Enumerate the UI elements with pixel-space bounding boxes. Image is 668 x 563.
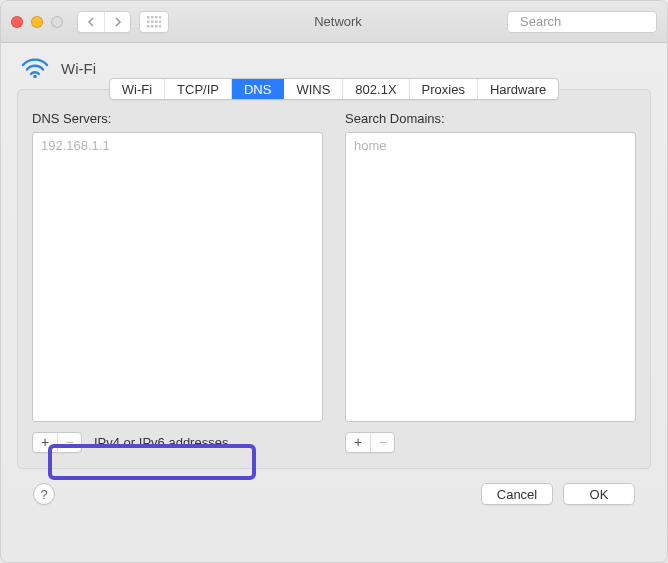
grid-icon (147, 16, 161, 28)
dns-remove-button[interactable]: − (57, 433, 81, 452)
interface-heading: Wi-Fi (17, 57, 651, 79)
back-button[interactable] (78, 12, 104, 32)
svg-rect-3 (159, 16, 161, 19)
dns-add-remove: + − (32, 432, 82, 453)
cancel-button[interactable]: Cancel (481, 483, 553, 505)
dns-add-button[interactable]: + (33, 433, 57, 452)
domain-add-remove: + − (345, 432, 395, 453)
chevron-left-icon (87, 17, 95, 27)
search-domains-list[interactable]: home (345, 132, 636, 422)
forward-button[interactable] (104, 12, 130, 32)
settings-panel: Wi-Fi TCP/IP DNS WINS 802.1X Proxies Har… (17, 89, 651, 469)
window-title: Network (177, 14, 499, 29)
search-domains-column: Search Domains: home + − (345, 111, 636, 454)
domain-add-button[interactable]: + (346, 433, 370, 452)
svg-rect-0 (147, 16, 150, 19)
search-domains-label: Search Domains: (345, 111, 636, 126)
close-window-button[interactable] (11, 16, 23, 28)
svg-rect-10 (155, 25, 158, 28)
tab-8021x[interactable]: 802.1X (343, 79, 409, 99)
dns-columns: DNS Servers: 192.168.1.1 + − IPv4 or IPv… (32, 111, 636, 454)
window-controls (11, 16, 69, 28)
tab-dns[interactable]: DNS (232, 79, 284, 99)
svg-rect-8 (147, 25, 150, 28)
svg-rect-7 (159, 20, 161, 23)
svg-rect-9 (151, 25, 154, 28)
network-preferences-window: Network Wi-Fi Wi-Fi (0, 0, 668, 563)
tab-bar: Wi-Fi TCP/IP DNS WINS 802.1X Proxies Har… (32, 89, 636, 111)
svg-point-14 (33, 75, 37, 79)
zoom-window-button[interactable] (51, 16, 63, 28)
footer: ? Cancel OK (17, 469, 651, 505)
ok-button[interactable]: OK (563, 483, 635, 505)
tab-proxies[interactable]: Proxies (410, 79, 478, 99)
domain-remove-button[interactable]: − (370, 433, 394, 452)
svg-rect-4 (147, 20, 150, 23)
list-item[interactable]: 192.168.1.1 (41, 137, 314, 155)
dns-servers-column: DNS Servers: 192.168.1.1 + − IPv4 or IPv… (32, 111, 323, 454)
dns-servers-label: DNS Servers: (32, 111, 323, 126)
nav-back-forward (77, 11, 131, 33)
dns-hint-label: IPv4 or IPv6 addresses (94, 435, 228, 450)
wifi-icon (21, 57, 49, 79)
dns-servers-controls: + − IPv4 or IPv6 addresses (32, 430, 323, 454)
dns-servers-list[interactable]: 192.168.1.1 (32, 132, 323, 422)
interface-label: Wi-Fi (61, 60, 96, 77)
tab-wifi[interactable]: Wi-Fi (110, 79, 165, 99)
tab-wins[interactable]: WINS (284, 79, 343, 99)
svg-rect-1 (151, 16, 154, 19)
list-item[interactable]: home (354, 137, 627, 155)
search-input[interactable] (520, 14, 668, 29)
minimize-window-button[interactable] (31, 16, 43, 28)
svg-rect-11 (159, 25, 161, 28)
search-field[interactable] (507, 11, 657, 33)
svg-rect-6 (155, 20, 158, 23)
titlebar: Network (1, 1, 667, 43)
search-domains-controls: + − (345, 430, 636, 454)
svg-rect-2 (155, 16, 158, 19)
show-all-button[interactable] (139, 11, 169, 33)
svg-rect-5 (151, 20, 154, 23)
tab-segmented-control: Wi-Fi TCP/IP DNS WINS 802.1X Proxies Har… (109, 78, 560, 100)
tab-hardware[interactable]: Hardware (478, 79, 558, 99)
tab-tcpip[interactable]: TCP/IP (165, 79, 232, 99)
help-button[interactable]: ? (33, 483, 55, 505)
chevron-right-icon (114, 17, 122, 27)
content-area: Wi-Fi Wi-Fi TCP/IP DNS WINS 802.1X Proxi… (1, 43, 667, 517)
